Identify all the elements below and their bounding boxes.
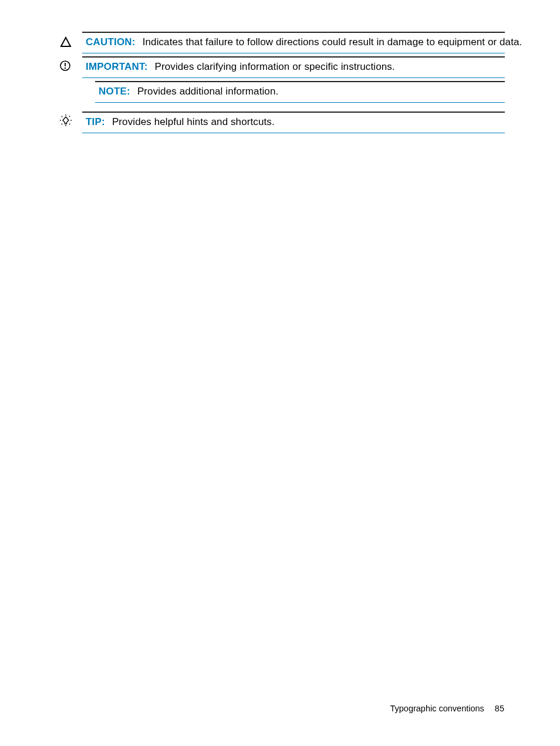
note-text: NOTE:Provides additional information.: [99, 86, 505, 97]
note-label: NOTE:: [99, 86, 130, 97]
divider-top: [82, 32, 505, 33]
svg-point-9: [62, 124, 63, 125]
svg-point-8: [69, 116, 70, 117]
divider-bottom: [95, 102, 505, 103]
content-block: CAUTION:Indicates that failure to follow…: [61, 32, 505, 112]
divider-top: [95, 81, 505, 82]
important-desc: Provides clarifying information or speci…: [155, 61, 395, 72]
page-number: 85: [495, 704, 504, 713]
divider-top: [82, 112, 505, 113]
page-footer: Typographic conventions85: [390, 704, 504, 713]
svg-point-7: [62, 116, 63, 117]
important-icon: [59, 60, 71, 74]
divider-top: [82, 56, 505, 58]
caution-label: CAUTION:: [86, 36, 136, 48]
svg-point-3: [65, 114, 66, 116]
svg-point-10: [69, 124, 70, 125]
important-label: IMPORTANT:: [86, 61, 148, 72]
caution-desc: Indicates that failure to follow directi…: [143, 36, 522, 48]
tip-label: TIP:: [86, 116, 105, 127]
divider-bottom: [82, 133, 505, 133]
svg-point-4: [65, 125, 66, 126]
svg-point-5: [60, 120, 61, 121]
note-desc: Provides additional information.: [137, 86, 278, 97]
svg-point-2: [65, 67, 66, 69]
footer-section: Typographic conventions: [390, 704, 484, 713]
tip-desc: Provides helpful hints and shortcuts.: [112, 116, 275, 127]
document-page: CAUTION:Indicates that failure to follow…: [0, 0, 560, 746]
svg-point-6: [70, 120, 72, 121]
tip-icon: [59, 113, 73, 130]
caution-text: CAUTION:Indicates that failure to follow…: [86, 36, 505, 48]
important-text: IMPORTANT:Provides clarifying informatio…: [86, 61, 505, 73]
divider-bottom: [82, 77, 505, 78]
tip-text: TIP:Provides helpful hints and shortcuts…: [86, 116, 505, 128]
divider-bottom: [82, 53, 505, 53]
caution-icon: [60, 36, 72, 50]
